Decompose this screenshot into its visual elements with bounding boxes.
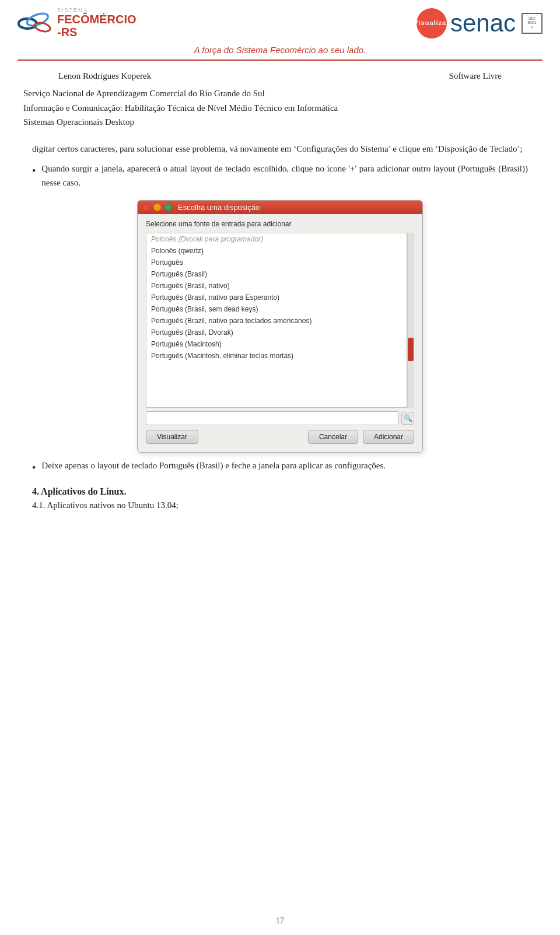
- list-item[interactable]: Polonês (Dvorak para programador): [146, 233, 407, 245]
- fecomercio-swoosh-icon: [18, 9, 52, 38]
- rs-label: -RS: [57, 26, 136, 39]
- sistema-label: SISTEMA: [57, 7, 136, 13]
- dialog-minimize-btn[interactable]: [153, 204, 161, 211]
- title-names: Lenon Rodrigues Koperek Software Livre: [23, 71, 537, 81]
- fecomercio-text-block: SISTEMA FECÔMÉRCIO -RS: [57, 7, 136, 39]
- list-item[interactable]: Polonês (qwertz): [146, 245, 407, 257]
- dialog-body: Selecione uma fonte de entrada para adic…: [138, 214, 422, 452]
- adicionar-button[interactable]: Adicionar: [363, 430, 414, 444]
- list-item: • Quando surgir a janela, aparecerá o at…: [32, 162, 528, 190]
- senac-logo-group: Visualizar senac: [416, 8, 516, 38]
- bullet-text-2: Deixe apenas o layout de teclado Portugu…: [41, 458, 386, 472]
- institution-line3: Sistemas Operacionais Desktop: [23, 115, 537, 129]
- paragraph1: digitar certos caracteres, para solucion…: [32, 142, 528, 156]
- iso-badge: ISO 9001 ✓: [522, 13, 542, 34]
- dialog-actions: Visualizar Cancelar Adicionar: [146, 430, 414, 446]
- dialog-screenshot: Escolha uma disposição Selecione uma fon…: [137, 200, 423, 453]
- bullet-text-1: Quando surgir a janela, aparecerá o atua…: [41, 162, 528, 190]
- bullet-icon: •: [32, 460, 36, 477]
- section4-heading: 4. Aplicativos do Linux.: [32, 486, 528, 497]
- list-scrollbar[interactable]: [407, 233, 414, 408]
- list-item[interactable]: Português (Brasil, nativo para Esperanto…: [146, 292, 407, 303]
- page-container: SISTEMA FECÔMÉRCIO -RS Visualizar senac …: [0, 0, 560, 935]
- visualizar-button[interactable]: Visualizar: [146, 430, 198, 444]
- header: SISTEMA FECÔMÉRCIO -RS Visualizar senac …: [0, 0, 560, 61]
- dialog-search-input[interactable]: [146, 411, 399, 425]
- institution-line2: Informação e Comunicação: Habilitação Té…: [23, 101, 537, 115]
- content-area: digitar certos caracteres, para solucion…: [0, 136, 560, 911]
- svg-point-1: [26, 11, 50, 28]
- list-item[interactable]: Português (Brazil, nativo para teclados …: [146, 315, 407, 327]
- dialog-list[interactable]: Polonês (Dvorak para programador) Polonê…: [146, 233, 407, 408]
- institution-line1: Serviço Nacional de Aprendizagem Comerci…: [23, 87, 537, 100]
- scrollbar-thumb[interactable]: [408, 338, 414, 361]
- bullet-icon: •: [32, 163, 36, 180]
- header-tagline: A força do Sistema Fecomércio ao seu lad…: [18, 43, 542, 61]
- list-scroll-container: Polonês (Dvorak para programador) Polonê…: [146, 233, 414, 408]
- institution-info: Serviço Nacional de Aprendizagem Comerci…: [23, 87, 537, 129]
- dialog-subtitle: Selecione uma fonte de entrada para adic…: [146, 220, 414, 228]
- logo-senac: Visualizar senac ISO 9001 ✓: [416, 8, 542, 38]
- author-name: Lenon Rodrigues Koperek: [58, 71, 151, 81]
- list-item[interactable]: Português: [146, 257, 407, 268]
- list-item[interactable]: Português (Brasil, nativo): [146, 280, 407, 292]
- bullet-list-2: • Deixe apenas o layout de teclado Portu…: [32, 458, 528, 477]
- dialog-titlebar: Escolha uma disposição: [138, 201, 422, 214]
- cancelar-button[interactable]: Cancelar: [308, 430, 358, 444]
- search-icon[interactable]: 🔍: [401, 412, 414, 425]
- dialog-search-row: 🔍: [146, 411, 414, 425]
- page-number: 17: [276, 916, 284, 925]
- checkmark-icon: ✓: [530, 24, 534, 30]
- list-item: • Deixe apenas o layout de teclado Portu…: [32, 458, 528, 477]
- dialog-maximize-btn[interactable]: [164, 204, 172, 211]
- iso-line1: ISO: [528, 16, 536, 20]
- page-footer: 17: [0, 911, 560, 935]
- logo-fecomercio: SISTEMA FECÔMÉRCIO -RS: [18, 7, 136, 39]
- svg-point-2: [34, 21, 51, 33]
- senac-big-label: senac: [450, 11, 516, 36]
- list-item[interactable]: Português (Brasil): [146, 268, 407, 280]
- list-item[interactable]: Português (Macintosh, eliminar teclas mo…: [146, 350, 407, 362]
- senac-circle-text: Visualizar: [414, 20, 449, 26]
- header-logos: SISTEMA FECÔMÉRCIO -RS Visualizar senac …: [12, 0, 548, 43]
- list-item[interactable]: Português (Brasil, sem dead keys): [146, 303, 407, 315]
- title-section: Lenon Rodrigues Koperek Software Livre S…: [0, 61, 560, 136]
- subject-name: Software Livre: [449, 71, 502, 81]
- section4-1: 4.1. Aplicativos nativos no Ubuntu 13.04…: [32, 500, 528, 510]
- list-item[interactable]: Português (Brasil, Dvorak): [146, 327, 407, 338]
- senac-circle: Visualizar: [416, 8, 447, 38]
- dialog-close-btn[interactable]: [142, 204, 150, 211]
- iso-line2: 9001: [527, 20, 537, 24]
- list-item[interactable]: Português (Macintosh): [146, 338, 407, 350]
- bullet-list-1: • Quando surgir a janela, aparecerá o at…: [32, 162, 528, 190]
- dialog-title: Escolha uma disposição: [178, 203, 260, 212]
- fecomercio-label: FECÔMÉRCIO: [57, 13, 136, 26]
